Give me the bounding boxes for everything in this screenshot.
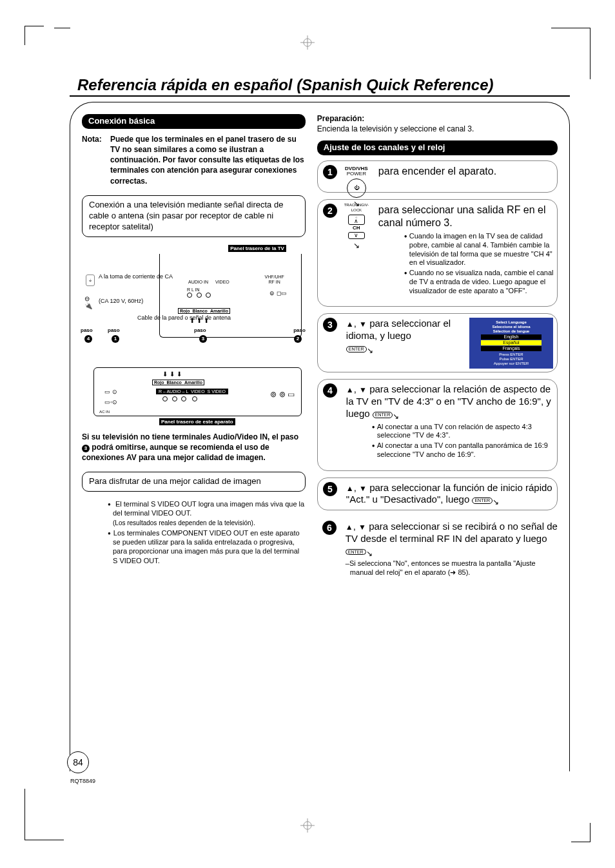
page-number: 84 [67,751,89,773]
rgb-label-top: Rojo Blanco Amarillo [178,308,230,314]
enter-pill: ENTER [472,497,493,504]
enter-pill: ENTER [373,412,393,418]
ac-spec: (CA 120 V, 60Hz) [99,298,143,304]
content-frame: 84 RQT8849 Conexión básica Nota: Puede q… [70,102,570,771]
jack-icon [206,293,211,298]
step-number: 2 [323,204,337,218]
jack-icon [172,396,177,401]
step-2-bullets: Cuando la imagen en la TV sea de calidad… [378,232,557,295]
press-indicator-icon: ↘ [366,549,373,559]
jack-icon [192,396,197,401]
vhf-uhf-label: VHF/UHF RF IN [265,275,284,285]
up-triangle-icon: ▲ [346,385,354,394]
tv-outline: AUDIO IN VIDEO R L IN VHF/UHF RF IN [159,254,302,338]
channel-button-icon: TRACKING/V-LOCK ○∧ CH ∨ ↘ [341,202,372,247]
crop-mark [571,823,591,842]
nota-label: Nota: [82,134,110,186]
power-icon: ⏻ [347,178,366,198]
down-triangle-icon: ▼ [359,320,367,329]
step-3: 3 ▲, ▼ para seleccionar el idioma, y lue… [317,313,558,372]
up-triangle-icon: ▲ [346,320,354,329]
step-4-bullets: Al conectar a una TV con relación de asp… [346,423,557,459]
heading-channel-clock: Ajuste de los canales y el reloj [317,140,558,155]
crop-mark [561,28,591,79]
step-5-text: ▲, ▼ para seleccionar la función de inic… [346,482,557,506]
ch-up-button: ○∧ [348,215,365,225]
step-number: 4 [323,383,337,398]
connector-row: ▭ ⊙ [104,389,117,395]
step-4-text: ▲, ▼ para seleccionar la relación de asp… [346,383,557,420]
connector-row: ▭◦⊙ [104,399,117,405]
enter-pill: ENTER [346,346,367,352]
right-column: Preparación: Encienda la televisión y se… [317,114,558,771]
acin-label: AC IN [99,410,110,414]
osd-option-english: English [481,334,542,340]
osd-option-espanol: Español [481,340,542,345]
step-3-inline: 3 [82,445,90,452]
step-1-circle: 1 [112,335,119,343]
step-number: 1 [323,165,337,179]
plug-arrows: ⬇ ⬇ ⬇ [162,371,182,378]
jack-icon [162,396,168,401]
bullet-svideo: El terminal S VIDEO OUT logra una imagen… [113,499,306,527]
press-indicator-icon: ↘ [367,346,373,356]
wall-outlet-icon [86,275,95,286]
nota-body: Puede que los terminales en el panel tra… [110,134,306,186]
step-6-note: –Si selecciona "No", entonces se muestra… [350,559,558,577]
quality-bullets: El terminal S VIDEO OUT logra una imagen… [82,499,306,565]
preparation: Preparación: Encienda la televisión y se… [317,114,558,134]
box-better-quality: Para disfrutar de una mejor calidad de i… [82,472,306,492]
osd-title: Select Language Seleccione el idioma Sél… [472,320,551,334]
step-label: paso [293,327,306,333]
rf-jacks: ⊚ ⊚ ▭ [270,390,295,399]
osd-footer: Press ENTER Pulse ENTER Appuyer sur ENTE… [472,352,551,366]
osd-language-menu: Select Language Seleccione el idioma Sél… [469,318,553,368]
nota-block: Nota: Puede que los terminales en el pan… [82,134,306,186]
down-triangle-icon: ▼ [359,484,367,493]
prep-body: Encienda la televisión y seleccione el c… [317,124,474,133]
page-title: Referencia rápida en español (Spanish Qu… [77,76,570,94]
connection-diagram: Panel trasero de la TV Panel trasero de … [82,245,306,425]
step-6: 6 ▲, ▼ para seleccionar si se recibirá o… [317,517,558,577]
registration-mark-icon [300,35,315,50]
jack-icon [181,396,186,401]
rgb-label-bottom: Rojo Blanco Amarillo [152,380,204,385]
press-indicator-icon: ↘ [493,497,499,507]
step-4-circle: 4 [84,335,92,343]
crop-mark [24,26,44,45]
step-number: 3 [323,318,337,332]
rfin: RF IN [269,280,280,284]
plug-icon: ⊖🔌 [84,295,92,309]
up-triangle-icon: ▲ [346,484,354,493]
osd-option-francais: Français [481,346,542,351]
step-3-text: ▲, ▼ para seleccionar el idioma, y luego… [346,318,465,354]
rl-in-label: R L IN [187,287,200,293]
press-indicator-icon: ↘ [393,412,399,421]
down-triangle-icon: ▼ [358,523,366,532]
jack-row-bottom [161,396,199,403]
bullet-component: Los terminales COMPONENT VIDEO OUT en es… [113,528,306,565]
skip-note: Si su televisión no tiene terminales Aud… [82,432,306,463]
step-2-circle: 2 [294,335,302,343]
title-rule [70,95,570,97]
doc-id: RQT8849 [70,778,95,784]
unit-panel-label: Panel trasero de este aparato [159,418,235,425]
step-number: 6 [322,521,337,535]
ch-down-button: ∨ [348,232,365,239]
step-1: 1 DVD/VHS POWER ⏻ ↘ para encender el apa… [317,160,558,193]
step-label: paso [108,327,120,333]
rf-jack: ⊚ ◻▭ [269,290,287,296]
ac-label: A la toma de corriente de CA [99,273,173,280]
registration-mark-icon [300,818,315,833]
ch-label: CH [341,226,372,231]
step-label: paso [81,327,93,333]
jack-row [186,293,212,299]
left-column: Conexión básica Nota: Puede que los term… [82,114,306,771]
up-triangle-icon: ▲ [346,523,353,532]
jack-icon [187,293,192,298]
audio-in-label: AUDIO IN [188,280,208,285]
unit-outline: ⬇ ⬇ ⬇ Rojo Blanco Amarillo ▭ ⊙ ▭◦⊙ R – A… [93,367,302,416]
step-6-text: ▲, ▼ para seleccionar si se recibirá o n… [346,521,558,557]
avout-label: R – AUDIO – L VIDEO S VIDEO [156,389,228,394]
prep-label: Preparación: [317,114,364,123]
